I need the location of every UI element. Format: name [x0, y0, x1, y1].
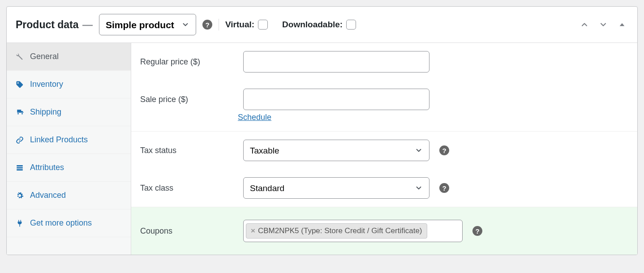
gear-icon [16, 192, 25, 200]
coupon-chip: × CBM2NPK5 (Type: Store Credit / Gift Ce… [246, 223, 427, 239]
virtual-label: Virtual: [225, 20, 254, 30]
sidebar-item-label: Shipping [30, 107, 61, 117]
sidebar-item-label: General [30, 52, 59, 61]
sidebar-item-advanced[interactable]: Advanced [7, 182, 131, 209]
product-data-panel: Product data — Simple product ? Virtual:… [6, 6, 638, 255]
sidebar: General Inventory Shipping Linked Produc… [7, 43, 131, 255]
sidebar-item-label: Linked Products [30, 135, 88, 145]
collapse-button[interactable] [616, 18, 628, 31]
sidebar-item-get-more-options[interactable]: Get more options [7, 209, 131, 237]
panel-title: Product data — [16, 19, 93, 31]
sidebar-item-inventory[interactable]: Inventory [7, 71, 131, 98]
list-icon [16, 164, 25, 172]
content-area: Regular price ($) Sale price ($) Schedul… [131, 43, 637, 255]
title-dash: — [82, 19, 93, 30]
panel-body: General Inventory Shipping Linked Produc… [7, 43, 637, 255]
separator [219, 19, 219, 30]
downloadable-checkbox[interactable] [346, 20, 356, 30]
help-icon[interactable]: ? [472, 226, 482, 236]
tax-class-label: Tax class [140, 183, 238, 193]
product-type-select-wrap[interactable]: Simple product [99, 14, 196, 35]
regular-price-label: Regular price ($) [140, 57, 238, 67]
sidebar-item-label: Attributes [30, 163, 64, 172]
wrench-icon [16, 53, 25, 61]
panel-header: Product data — Simple product ? Virtual:… [7, 7, 637, 43]
move-down-button[interactable] [597, 18, 610, 31]
tax-class-row: Tax class Standard ? [131, 169, 637, 207]
truck-icon [16, 108, 25, 116]
tax-status-row: Tax status Taxable ? [131, 132, 637, 169]
remove-chip-icon[interactable]: × [251, 226, 255, 235]
sidebar-item-linked-products[interactable]: Linked Products [7, 126, 131, 154]
help-icon[interactable]: ? [202, 20, 212, 30]
product-type-select[interactable]: Simple product [99, 14, 196, 35]
tax-section: Tax status Taxable ? Tax class Standard … [131, 132, 637, 207]
help-icon[interactable]: ? [439, 183, 449, 193]
coupon-chip-label: CBM2NPK5 (Type: Store Credit / Gift Cert… [258, 226, 422, 235]
downloadable-toggle: Downloadable: [282, 20, 356, 30]
tax-class-select-wrap[interactable]: Standard [243, 177, 429, 199]
regular-price-input[interactable] [243, 51, 429, 73]
downloadable-label: Downloadable: [282, 20, 343, 30]
virtual-toggle: Virtual: [225, 20, 268, 30]
sidebar-item-general[interactable]: General [7, 43, 131, 71]
coupons-input[interactable]: × CBM2NPK5 (Type: Store Credit / Gift Ce… [243, 220, 463, 242]
regular-price-row: Regular price ($) [131, 43, 637, 81]
tax-class-select[interactable]: Standard [244, 178, 429, 198]
sidebar-item-label: Get more options [30, 218, 92, 228]
sidebar-item-label: Inventory [30, 80, 63, 89]
sale-price-label: Sale price ($) [140, 95, 238, 104]
sidebar-item-shipping[interactable]: Shipping [7, 98, 131, 126]
tax-status-label: Tax status [140, 146, 238, 155]
sidebar-item-attributes[interactable]: Attributes [7, 154, 131, 182]
tag-icon [16, 81, 25, 89]
plug-icon [16, 219, 25, 227]
virtual-checkbox[interactable] [258, 20, 268, 30]
help-icon[interactable]: ? [439, 145, 449, 155]
panel-title-text: Product data [16, 19, 79, 30]
move-up-button[interactable] [578, 18, 591, 31]
schedule-link[interactable]: Schedule [238, 113, 271, 122]
coupons-row: Coupons × CBM2NPK5 (Type: Store Credit /… [131, 207, 637, 255]
sale-price-input[interactable] [243, 89, 429, 110]
tax-status-select[interactable]: Taxable [244, 140, 429, 161]
tax-status-select-wrap[interactable]: Taxable [243, 140, 429, 161]
link-icon [16, 136, 25, 144]
coupons-label: Coupons [140, 226, 238, 236]
pricing-section: Regular price ($) Sale price ($) Schedul… [131, 43, 637, 132]
sidebar-item-label: Advanced [30, 191, 66, 200]
sale-price-row: Sale price ($) [131, 81, 637, 113]
